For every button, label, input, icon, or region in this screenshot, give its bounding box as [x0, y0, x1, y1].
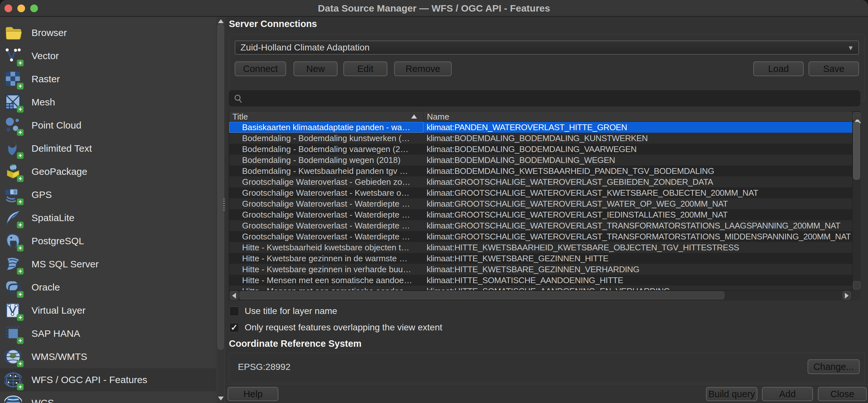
sidebar-item-spatialite[interactable]: + SpatiaLite: [0, 206, 216, 229]
row-title-cell: Grootschalige Wateroverlast - Waterdiept…: [229, 198, 424, 209]
row-title-cell: Basiskaarten klimaatadaptatie panden - w…: [229, 122, 424, 133]
add-plus-badge-icon: +: [17, 106, 24, 113]
layer-filter-input[interactable]: [246, 92, 854, 105]
sidebar-item-raster[interactable]: + Raster: [0, 67, 216, 91]
table-row[interactable]: Hitte - Mensen met een somatische aandoe…: [229, 286, 852, 290]
table-hscrollbar-thumb[interactable]: [240, 291, 724, 299]
table-row[interactable]: Grootschalige Wateroverlast - Waterdiept…: [229, 198, 852, 209]
table-row[interactable]: Grootschalige Wateroverlast - Gebieden z…: [229, 177, 852, 187]
connect-button[interactable]: Connect: [235, 61, 286, 76]
row-name-cell: klimaat:BODEMDALING_KWETSBAARHEID_PANDEN…: [424, 165, 714, 177]
save-button[interactable]: Save: [808, 61, 859, 76]
row-title-cell: Hitte - Kwetsbare gezinnen in verharde b…: [229, 264, 424, 275]
add-plus-badge-icon: +: [17, 152, 24, 159]
sidebar-item-wms-wmts[interactable]: + WMS/WMTS: [0, 345, 216, 368]
sidebar-item-label: Virtual Layer: [31, 305, 86, 316]
sidebar-item-vector[interactable]: + Vector: [0, 44, 216, 67]
connection-select[interactable]: Zuid-Holland Climate Adaptation ▼: [235, 40, 859, 55]
sidebar-item-label: GPS: [31, 189, 52, 200]
add-plus-badge-icon: +: [17, 245, 24, 252]
sidebar-item-label: PostgreSQL: [31, 236, 84, 247]
row-title-cell: Hitte - Mensen met een somatische aandoe…: [229, 275, 424, 286]
sidebar-item-wfs-ogc-api-features[interactable]: + WFS / OGC API - Features: [0, 368, 216, 392]
server-connections-heading: Server Connections: [229, 19, 317, 29]
only-request-extent-checkbox[interactable]: ✓: [229, 323, 239, 332]
sidebar-item-ms-sql-server[interactable]: + MS SQL Server: [0, 253, 216, 276]
option-only-request-extent[interactable]: ✓ Only request features overlapping the …: [229, 322, 442, 333]
table-vertical-scrollbar[interactable]: [852, 112, 861, 290]
table-row[interactable]: Grootschalige Wateroverlast - Kwetsbare …: [229, 187, 852, 198]
table-row[interactable]: Bodemdaling - Bodemdaling kunstwerken (……: [229, 133, 852, 144]
sidebar-item-geopackage[interactable]: + GeoPackage: [0, 160, 216, 183]
sidebar-item-label: GeoPackage: [31, 166, 87, 177]
sidebar-item-label: SpatiaLite: [31, 212, 74, 223]
scroll-right-icon[interactable]: [843, 291, 851, 300]
option-use-title[interactable]: Use title for layer name: [229, 306, 337, 316]
footer-divider: [225, 384, 868, 385]
table-row[interactable]: Hitte - Kwetsbare gezinnen in de warmste…: [229, 253, 852, 264]
row-name-cell: klimaat:GROOTSCHALIGE_WATEROVERLAST_KWET…: [424, 187, 758, 198]
add-plus-badge-icon: +: [17, 314, 24, 321]
scroll-up-icon[interactable]: [217, 18, 224, 23]
table-row[interactable]: Hitte - Mensen met een somatische aandoe…: [229, 275, 852, 286]
table-row[interactable]: Hitte - Kwetsbaarheid kwetsbare objecten…: [229, 242, 852, 253]
close-button[interactable]: Close: [818, 387, 867, 401]
connection-select-value: Zuid-Holland Climate Adaptation: [241, 42, 370, 53]
table-row[interactable]: Bodemdaling - Kwetsbaarheid panden tgv ……: [229, 165, 852, 177]
sidebar-item-virtual-layer[interactable]: + Virtual Layer: [0, 299, 216, 322]
sidebar-item-gps[interactable]: + GPS: [0, 183, 216, 206]
sidebar-scrollbar-thumb[interactable]: [218, 24, 224, 350]
load-button[interactable]: Load: [753, 61, 804, 76]
change-crs-button[interactable]: Change...: [808, 359, 860, 374]
row-name-cell: klimaat:GROOTSCHALIGE_WATEROVERLAST_IEDI…: [424, 209, 727, 220]
column-header-name[interactable]: Name: [424, 112, 851, 122]
row-title-cell: Grootschalige Wateroverlast - Waterdiept…: [229, 209, 424, 220]
sidebar-item-sap-hana[interactable]: + SAP HANA: [0, 322, 216, 345]
table-row[interactable]: Bodemdaling - Bodemdaling vaarwegen (2… …: [229, 144, 852, 155]
table-row[interactable]: Grootschalige Wateroverlast - Waterdiept…: [229, 209, 852, 220]
remove-button[interactable]: Remove: [394, 61, 452, 76]
wfs-icon: +: [4, 371, 22, 389]
virtual-layer-icon: +: [4, 302, 22, 319]
table-row[interactable]: Grootschalige Wateroverlast - Waterdiept…: [229, 231, 852, 242]
row-name-cell: klimaat:PANDEN_WATEROVERLAST_HITTE_GROEN: [424, 122, 627, 133]
new-button[interactable]: New: [293, 61, 338, 76]
sidebar-item-label: SAP HANA: [31, 328, 80, 339]
scroll-up-icon[interactable]: [853, 112, 861, 121]
layer-filter-field[interactable]: [229, 90, 860, 106]
row-name-cell: klimaat:GROOTSCHALIGE_WATEROVERLAST_WATE…: [424, 198, 728, 209]
sidebar-item-wcs[interactable]: + WCS: [0, 392, 216, 403]
sidebar-item-mesh[interactable]: + Mesh: [0, 91, 216, 114]
column-header-title[interactable]: Title: [229, 112, 424, 122]
use-title-checkbox[interactable]: [229, 307, 239, 316]
sidebar: Browser + Vector + Raster + Mesh + Point…: [0, 17, 216, 403]
sidebar-item-delimited-text[interactable]: + Delimited Text: [0, 137, 216, 160]
table-vscrollbar-thumb[interactable]: [853, 122, 860, 180]
sidebar-item-label: Point Cloud: [31, 120, 81, 131]
sidebar-item-oracle[interactable]: + Oracle: [0, 276, 216, 299]
table-horizontal-scrollbar[interactable]: [229, 290, 852, 301]
table-row[interactable]: Basiskaarten klimaatadaptatie panden - w…: [229, 122, 852, 133]
table-row[interactable]: Grootschalige Wateroverlast - Waterdiept…: [229, 220, 852, 231]
table-row[interactable]: Hitte - Kwetsbare gezinnen in verharde b…: [229, 264, 852, 275]
build-query-button[interactable]: Build query: [706, 387, 757, 401]
sidebar-item-point-cloud[interactable]: + Point Cloud: [0, 114, 216, 137]
row-title-cell: Hitte - Kwetsbaarheid kwetsbare objecten…: [229, 242, 424, 253]
sidebar-item-browser[interactable]: Browser: [0, 21, 216, 44]
crs-groupbox: [229, 353, 865, 383]
add-plus-badge-icon: +: [17, 268, 24, 275]
table-row[interactable]: Bodemdaling - Bodemdaling wegen (2018) k…: [229, 155, 852, 165]
row-name-cell: klimaat:HITTE_KWETSBARE_GEZINNEN_HITTE: [424, 253, 609, 264]
oracle-icon: +: [4, 279, 22, 296]
scroll-left-icon[interactable]: [230, 291, 238, 300]
scroll-down-icon[interactable]: [217, 395, 224, 400]
sidebar-item-label: Delimited Text: [31, 143, 92, 154]
sidebar-item-postgresql[interactable]: + PostgreSQL: [0, 229, 216, 253]
sidebar-item-label: Oracle: [31, 282, 60, 293]
add-button[interactable]: Add: [762, 387, 813, 401]
edit-button[interactable]: Edit: [343, 61, 388, 76]
use-title-label: Use title for layer name: [245, 306, 337, 316]
help-button[interactable]: Help: [227, 387, 278, 401]
row-title-cell: Bodemdaling - Kwetsbaarheid panden tgv …: [229, 165, 424, 177]
scroll-down-icon[interactable]: [853, 281, 861, 289]
